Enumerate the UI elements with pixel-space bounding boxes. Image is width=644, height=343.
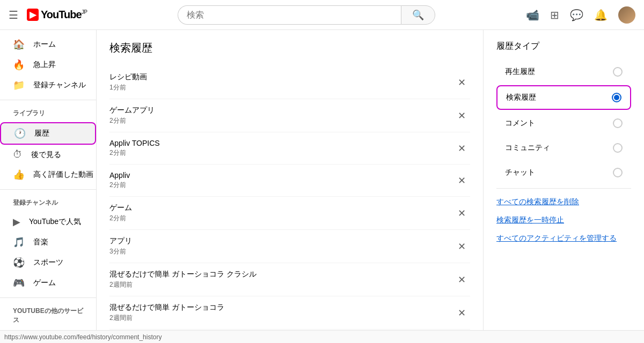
sidebar-item-label: 登録チャンネル (33, 80, 86, 90)
subscriptions-icon: 📁 (13, 79, 25, 91)
history-item-title: 混ぜるだけで簡単 ガトーショコラ クラシル (109, 270, 257, 279)
sidebar-divider-2 (0, 189, 96, 190)
youtube-logo[interactable]: ▶ YouTubeJP (27, 9, 87, 21)
history-item-title: レシピ動画 (109, 72, 147, 82)
history-item-info: 混ぜるだけで簡単 ガトーショコラ 2週間前 (109, 303, 224, 323)
history-item-title: Appliv TOPICS (109, 139, 160, 147)
sidebar-subscriptions-section: 登録チャンネル ▶ YouTubeで人気 🎵 音楽 ⚽ スポーツ 🎮 ゲーム (0, 194, 96, 293)
sidebar-item-history[interactable]: 🕐 履歴 (0, 122, 96, 145)
sidebar-item-label: 急上昇 (33, 60, 56, 70)
history-icon: 🕐 (14, 128, 26, 139)
home-icon: 🏠 (13, 39, 25, 50)
sidebar-divider-1 (0, 100, 96, 100)
history-item-info: ゲームアプリ 2分前 (109, 106, 155, 125)
history-type-item-community[interactable]: コミュニティ (496, 137, 631, 159)
yt-popular-icon: ▶ (13, 216, 20, 228)
history-item-info: アプリ 3分前 (109, 236, 132, 256)
sidebar-item-music[interactable]: 🎵 音楽 (0, 232, 96, 252)
history-type-label: コミュニティ (505, 143, 550, 153)
search-input[interactable] (178, 5, 401, 25)
history-item-title: ゲームアプリ (109, 106, 155, 115)
trending-icon: 🔥 (13, 59, 25, 71)
history-item-time: 2週間前 (109, 314, 224, 323)
radio-button[interactable] (613, 67, 623, 77)
history-type-item-comment[interactable]: コメント (496, 112, 631, 135)
history-item-time: 2分前 (109, 214, 132, 223)
history-item-remove-button[interactable]: ✕ (453, 108, 470, 124)
avatar[interactable] (618, 6, 635, 24)
sports-icon: ⚽ (13, 257, 25, 269)
history-item-time: 2分前 (109, 181, 130, 190)
history-item-remove-button[interactable]: ✕ (453, 305, 470, 321)
panel-link-manage[interactable]: すべてのアクティビティを管理する (496, 229, 631, 248)
sidebar-item-label: ゲーム (33, 278, 56, 288)
history-item-title: アプリ (109, 236, 132, 246)
history-item-info: レシピ動画 1分前 (109, 72, 147, 92)
header-left: ☰ ▶ YouTubeJP (9, 9, 87, 21)
sidebar-item-watch-later[interactable]: ⏱ 後で見る (0, 145, 96, 165)
history-type-item-chat[interactable]: チャット (496, 161, 631, 184)
sidebar-item-label: YouTubeで人気 (29, 217, 81, 227)
history-item-info: ゲーム 2分前 (109, 203, 132, 223)
sidebar-item-trending[interactable]: 🔥 急上昇 (0, 55, 96, 75)
history-item-remove-button[interactable]: ✕ (453, 173, 470, 189)
radio-button[interactable] (613, 118, 623, 128)
radio-button[interactable] (613, 168, 623, 177)
body: 🏠 ホーム 🔥 急上昇 📁 登録チャンネル ライブラリ 🕐 履歴 ⏱ 後で見る (0, 30, 644, 330)
music-icon: 🎵 (13, 236, 25, 248)
youtube-wordmark: YouTubeJP (41, 9, 87, 21)
sidebar-item-subscriptions[interactable]: 📁 登録チャンネル (0, 75, 96, 95)
panel-link-pause[interactable]: 検索履歴を一時停止 (496, 211, 631, 229)
create-icon[interactable]: 📹 (526, 9, 539, 21)
sidebar-item-game[interactable]: 🎮 ゲーム (0, 273, 96, 293)
history-item-remove-button[interactable]: ✕ (453, 272, 470, 288)
status-bar: https://www.youtube.com/feed/history/com… (0, 330, 644, 343)
sidebar-item-liked[interactable]: 👍 高く評価した動画 (0, 165, 96, 185)
radio-button[interactable] (613, 143, 623, 153)
apps-icon[interactable]: ⊞ (550, 9, 559, 21)
search-button[interactable]: 🔍 (401, 5, 435, 25)
sidebar-main-section: 🏠 ホーム 🔥 急上昇 📁 登録チャンネル (0, 34, 96, 95)
sidebar-divider-3 (0, 297, 96, 298)
sidebar-item-label: 履歴 (34, 129, 49, 138)
page-title: 検索履歴 (109, 41, 470, 55)
history-item: 混ぜるだけで簡単 ガトーショコラ 2週間前 ✕ (109, 296, 470, 330)
history-item-remove-button[interactable]: ✕ (453, 74, 470, 91)
history-type-label: 再生履歴 (505, 67, 535, 77)
history-item: Appliv 2分前 ✕ (109, 165, 470, 197)
history-type-item-playback[interactable]: 再生履歴 (496, 61, 631, 83)
menu-icon[interactable]: ☰ (9, 9, 18, 21)
radio-button[interactable] (612, 93, 621, 102)
subscriptions-section-title: 登録チャンネル (0, 194, 96, 212)
sidebar-item-yt-popular[interactable]: ▶ YouTubeで人気 (0, 212, 96, 232)
history-item-remove-button[interactable]: ✕ (453, 205, 470, 221)
history-item: アプリ 3分前 ✕ (109, 230, 470, 263)
sidebar-item-label: 後で見る (31, 150, 61, 160)
sidebar-item-home[interactable]: 🏠 ホーム (0, 34, 96, 55)
history-item-title: Appliv (109, 171, 130, 180)
history-item: ゲーム 2分前 ✕ (109, 197, 470, 230)
history-type-label: チャット (505, 168, 535, 177)
bell-icon[interactable]: 🔔 (594, 9, 608, 21)
library-section-title: ライブラリ (0, 105, 96, 122)
right-panel: 履歴タイプ 再生履歴 検索履歴 コメント コミュニティ チャット すべての検索履… (483, 30, 644, 330)
message-icon[interactable]: 💬 (570, 9, 583, 21)
yt-jp: JP (82, 9, 87, 15)
liked-icon: 👍 (13, 169, 25, 181)
other-section-title: YOUTUBEの他のサービス (0, 302, 96, 329)
history-item-title: 混ぜるだけで簡単 ガトーショコラ (109, 303, 224, 312)
panel-link-delete-all[interactable]: すべての検索履歴を削除 (496, 193, 631, 211)
header-center: 🔍 (87, 5, 526, 25)
history-item-remove-button[interactable]: ✕ (453, 238, 470, 255)
header-right: 📹 ⊞ 💬 🔔 (526, 6, 635, 24)
history-type-item-search[interactable]: 検索履歴 (496, 85, 631, 110)
history-item-remove-button[interactable]: ✕ (453, 140, 470, 156)
history-item-info: Appliv TOPICS 2分前 (109, 139, 160, 158)
history-item-time: 2週間前 (109, 280, 257, 289)
game-icon: 🎮 (13, 277, 25, 289)
search-bar: 🔍 (178, 5, 435, 25)
history-types: 再生履歴 検索履歴 コメント コミュニティ チャット (496, 61, 631, 184)
history-item-title: ゲーム (109, 203, 132, 213)
sidebar-item-sports[interactable]: ⚽ スポーツ (0, 252, 96, 273)
history-item-info: Appliv 2分前 (109, 171, 130, 190)
